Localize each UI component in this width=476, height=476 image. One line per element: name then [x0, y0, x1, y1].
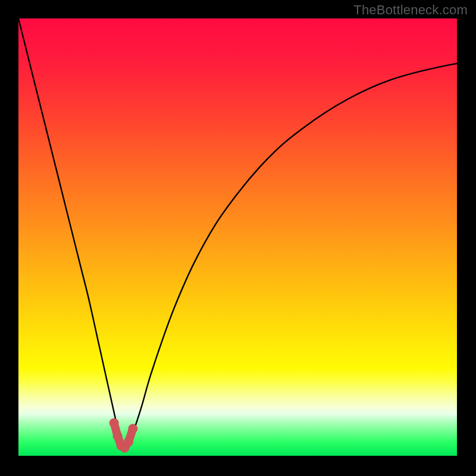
gradient-rect [18, 18, 457, 456]
plot-area [18, 18, 457, 456]
heat-gradient-background [18, 18, 457, 456]
watermark-text: TheBottleneck.com [353, 2, 468, 18]
